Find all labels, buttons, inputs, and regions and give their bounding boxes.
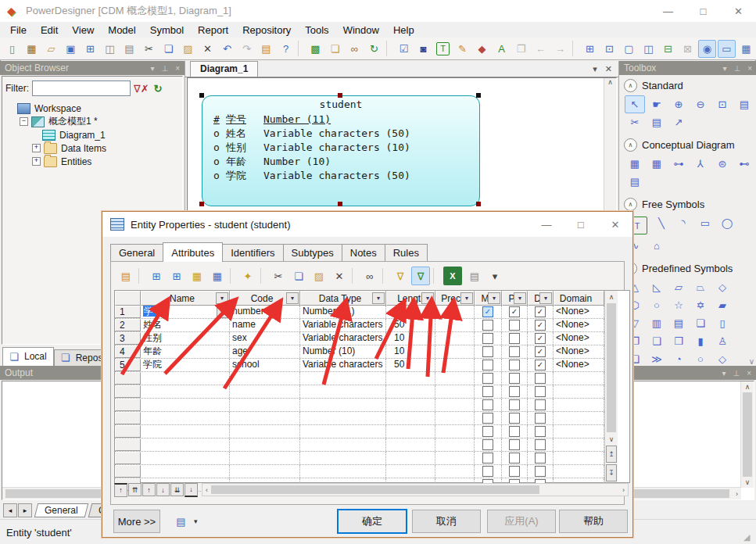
split-rect-h-icon[interactable]: ▤	[668, 314, 689, 332]
cell-displayed[interactable]: ✓	[528, 345, 554, 358]
empty-row[interactable]	[115, 412, 604, 425]
empty-row[interactable]	[115, 385, 604, 399]
cell-data-type[interactable]: Variable characters (50)	[300, 319, 386, 331]
scroll-to-bottom-icon[interactable]: ↧	[606, 464, 617, 481]
line-symbol-icon[interactable]: ╲	[651, 214, 672, 232]
cell-mandatory[interactable]	[475, 319, 502, 331]
star6-icon[interactable]: ✡	[690, 296, 711, 314]
cell-empty[interactable]	[435, 412, 475, 424]
empty-row[interactable]	[115, 399, 604, 412]
cell-domain[interactable]	[554, 438, 604, 451]
more-dropdown-icon[interactable]: ▾	[485, 267, 504, 285]
dialog-maximize-button[interactable]: □	[564, 212, 598, 237]
cell-mandatory[interactable]	[475, 359, 502, 371]
cell-empty[interactable]	[435, 399, 475, 411]
cell-mandatory[interactable]	[475, 438, 502, 451]
cell-name[interactable]: 性别	[141, 332, 230, 345]
cell-domain[interactable]: <None>	[554, 319, 604, 331]
column-header-name[interactable]: Name▾	[141, 291, 230, 306]
cell-precision[interactable]	[435, 319, 475, 331]
cell-mandatory[interactable]	[475, 412, 502, 424]
selection-handle[interactable]	[199, 202, 204, 206]
toolbox-scroll-down-icon[interactable]: ∨	[749, 357, 754, 366]
checkbox[interactable]	[482, 333, 493, 344]
checkbox[interactable]	[535, 399, 546, 410]
cell-primary[interactable]: ✓	[502, 306, 528, 318]
checkbox[interactable]: ✓	[509, 306, 520, 317]
cell-displayed[interactable]	[528, 438, 554, 451]
refresh-tree-icon[interactable]: ↻	[151, 83, 165, 95]
cell-domain[interactable]: <None>	[554, 306, 604, 318]
cell-name[interactable]: 姓名	[141, 319, 230, 331]
row-number[interactable]	[115, 452, 141, 464]
chevrons-icon[interactable]: ≫	[647, 350, 667, 367]
window-zoom-page-icon[interactable]: ◉	[698, 40, 716, 58]
attr-properties-icon[interactable]: ▤	[116, 267, 135, 285]
cell-empty[interactable]	[386, 425, 435, 438]
column-filter-dropdown[interactable]: ▾	[421, 292, 434, 304]
tree-item-workspace[interactable]: Workspace	[2, 102, 182, 115]
diagram-menu-icon[interactable]: ▾	[593, 64, 597, 74]
checkbox[interactable]: ✓	[535, 346, 546, 357]
cell-empty[interactable]	[141, 372, 230, 385]
cell-displayed[interactable]	[528, 385, 554, 398]
pentagon-icon[interactable]: ◇	[712, 350, 733, 367]
cell-empty[interactable]	[386, 385, 435, 398]
font-icon[interactable]: A	[493, 40, 511, 58]
forward-icon[interactable]: →	[551, 40, 569, 58]
cell-mandatory[interactable]	[475, 465, 502, 478]
maximize-button[interactable]: □	[686, 0, 721, 22]
checkbox[interactable]	[482, 399, 493, 410]
cell-empty[interactable]	[386, 465, 435, 478]
checkbox[interactable]	[509, 439, 520, 450]
find-icon[interactable]: ∞	[360, 267, 379, 285]
new-workspace-icon[interactable]: ▦	[23, 40, 41, 58]
document-shape-icon[interactable]: ▯	[712, 314, 733, 332]
scroll-down-icon[interactable]: ∨	[605, 433, 618, 445]
menu-tools[interactable]: Tools	[298, 23, 335, 37]
cell-mandatory[interactable]	[475, 372, 502, 385]
row-number[interactable]	[115, 385, 141, 398]
column-filter-dropdown[interactable]: ▾	[488, 292, 500, 304]
window-layout-icon[interactable]: ⊟	[659, 40, 677, 58]
column-filter-dropdown[interactable]: ▾	[539, 292, 552, 304]
tab-subtypes[interactable]: Subtypes	[283, 244, 342, 262]
report-icon[interactable]: ▤	[172, 513, 190, 531]
checkbox[interactable]	[509, 399, 520, 410]
association-link-tool-icon[interactable]: ⊷	[734, 155, 754, 173]
cell-empty[interactable]	[300, 412, 386, 424]
cell-primary[interactable]	[502, 359, 528, 371]
cell-empty[interactable]	[435, 425, 475, 438]
cell-data-type[interactable]: Number (10)	[300, 345, 386, 358]
delete-tool-icon[interactable]: ✂	[625, 113, 645, 131]
table-vscrollbar[interactable]: ∧ ∨ ↥ ↧	[604, 291, 618, 482]
row-number[interactable]: 4	[115, 345, 141, 358]
delete-icon[interactable]: ✕	[199, 40, 217, 58]
rectangle-symbol-icon[interactable]: ▭	[695, 214, 715, 232]
add-row-icon[interactable]: ▦	[188, 267, 206, 285]
cell-empty[interactable]	[435, 465, 475, 478]
cell-primary[interactable]	[502, 465, 528, 478]
collapse-icon[interactable]: ∧	[624, 198, 637, 211]
cell-code[interactable]: number	[230, 306, 300, 318]
tab-notes[interactable]: Notes	[342, 244, 385, 262]
cell-primary[interactable]	[502, 412, 528, 424]
checkbox[interactable]	[482, 320, 493, 331]
parallelogram-icon[interactable]: ▱	[668, 278, 689, 296]
cell-name[interactable]: 学号=	[141, 306, 230, 318]
checkbox[interactable]	[482, 386, 493, 397]
attribute-row-2[interactable]: 2姓名nameVariable characters (50)50✓<None>	[115, 319, 604, 332]
zoom-area-tool-icon[interactable]: ⊡	[712, 95, 733, 113]
check-model-icon[interactable]: ☑	[395, 40, 413, 58]
cell-empty[interactable]	[386, 399, 435, 411]
column-header-m[interactable]: M▾	[475, 291, 502, 306]
cell-empty[interactable]	[300, 465, 386, 478]
pin-icon[interactable]: ⊥	[161, 64, 168, 73]
cell-empty[interactable]	[435, 385, 475, 398]
checkbox[interactable]: ✓	[535, 360, 546, 370]
cell-empty[interactable]	[435, 452, 475, 464]
cell-edit-button[interactable]: =	[217, 306, 228, 318]
cell-length[interactable]: 11	[386, 306, 435, 318]
cell-domain[interactable]: <None>	[554, 332, 604, 345]
cell-length[interactable]: 10	[386, 332, 435, 345]
